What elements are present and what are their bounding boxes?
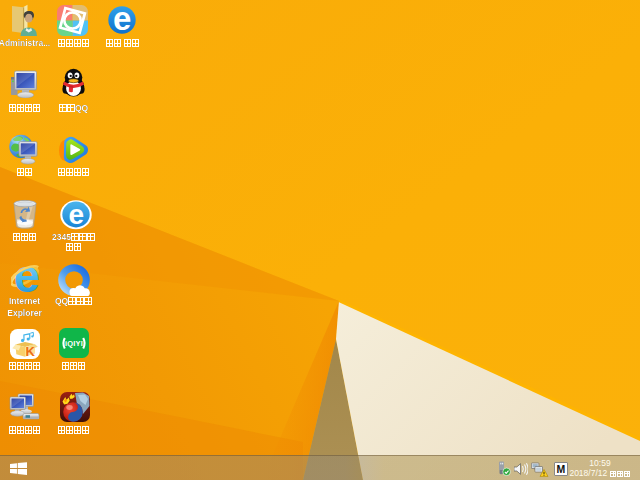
svg-text:e: e [113, 6, 131, 34]
svg-text:K: K [26, 344, 36, 359]
svg-text:iQIYI: iQIYI [65, 339, 83, 348]
svg-text:e: e [68, 200, 84, 230]
